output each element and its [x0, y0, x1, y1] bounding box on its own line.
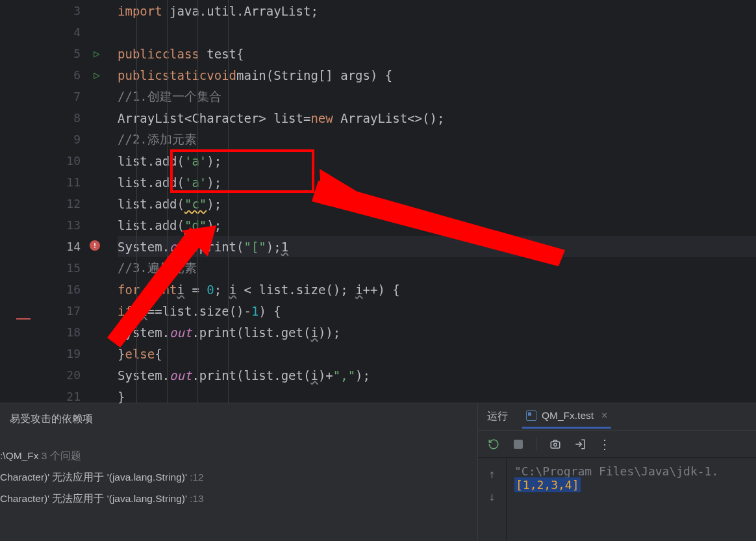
- line-number: 11: [1, 171, 108, 193]
- code-line[interactable]: ArrayList<Character> list=new ArrayList<…: [118, 107, 756, 129]
- problems-project-row[interactable]: :\QM_Fx 3 个问题: [0, 435, 477, 467]
- line-number: 8: [1, 107, 108, 129]
- run-config-tab[interactable]: QM_Fx.test ×: [522, 405, 611, 429]
- run-toolbar: ⋮: [478, 431, 756, 458]
- line-number: 20: [1, 364, 108, 386]
- run-gutter-icon[interactable]: ▷: [94, 69, 100, 81]
- line-number: 15: [1, 257, 108, 279]
- code-line[interactable]: public static void main(String[] args) {: [118, 64, 756, 86]
- vulnerabilities-title: 易受攻击的依赖项: [0, 410, 477, 435]
- error-bulb-icon[interactable]: [90, 240, 100, 251]
- svg-rect-0: [551, 442, 560, 448]
- run-label: 运行: [487, 410, 508, 423]
- problems-panel: 易受攻击的依赖项 :\QM_Fx 3 个问题 Character)' 无法应用于…: [0, 403, 477, 541]
- code-line[interactable]: public class test{: [118, 43, 756, 64]
- code-line-active[interactable]: System.out.print("[");1: [118, 236, 756, 257]
- rerun-icon[interactable]: [487, 438, 500, 451]
- code-line[interactable]: }else{: [118, 343, 756, 364]
- run-tab-name: QM_Fx.test: [542, 410, 594, 421]
- line-number: 3: [1, 0, 108, 21]
- line-number: 7: [1, 86, 108, 107]
- code-line[interactable]: System.out.print(list.get(i)+",");: [118, 364, 756, 386]
- code-line[interactable]: list.add('a');: [118, 150, 756, 171]
- run-gutter-icon[interactable]: ▷: [94, 47, 100, 60]
- arrow-up-icon[interactable]: ↑: [488, 467, 496, 481]
- close-icon[interactable]: ×: [601, 410, 607, 421]
- console-command: "C:\Program Files\Java\jdk-1.: [514, 464, 748, 478]
- code-line[interactable]: list.add("c");: [118, 193, 756, 214]
- class-file-icon: [526, 410, 536, 421]
- line-number: 19: [1, 343, 108, 364]
- line-number: 9: [1, 129, 108, 150]
- stop-icon[interactable]: [512, 438, 525, 451]
- code-line[interactable]: }: [118, 386, 756, 407]
- editor-gutter: 3 4 5▷ 6▷ 7 8 9 10 11 12 13 14 15 16 17 …: [1, 0, 108, 403]
- problem-item[interactable]: Character)' 无法应用于 '(java.lang.String)' :…: [0, 488, 477, 510]
- line-number: 21: [1, 386, 108, 407]
- code-line[interactable]: //1.创建一个集合: [118, 86, 756, 107]
- line-number: 5▷: [1, 43, 108, 64]
- console-output[interactable]: "C:\Program Files\Java\jdk-1. [1,2,3,4]: [507, 458, 756, 541]
- line-number: 16: [1, 279, 108, 300]
- code-line[interactable]: [118, 21, 756, 43]
- code-line[interactable]: list.add('a');: [118, 171, 756, 193]
- exit-icon[interactable]: [573, 438, 586, 451]
- more-icon[interactable]: ⋮: [598, 438, 611, 451]
- console-side: ↑ ↓: [478, 458, 507, 541]
- line-number: 12: [1, 193, 108, 214]
- arrow-down-icon[interactable]: ↓: [488, 490, 496, 503]
- problem-item[interactable]: Character)' 无法应用于 '(java.lang.String)' :…: [0, 467, 477, 488]
- line-number: 4: [1, 21, 108, 43]
- code-line[interactable]: import java.util.ArrayList;: [118, 0, 756, 21]
- line-number: 18: [1, 321, 108, 343]
- code-line[interactable]: if(i==list.size()-1) {: [118, 300, 756, 321]
- code-line[interactable]: //2.添加元素: [118, 129, 756, 150]
- code-editor[interactable]: import java.util.ArrayList; public class…: [108, 0, 756, 403]
- code-line[interactable]: list.add("d");: [118, 214, 756, 236]
- code-line[interactable]: for (int i = 0; i < list.size(); i++) {: [118, 279, 756, 300]
- code-line[interactable]: //3.遍历元素: [118, 257, 756, 279]
- line-number: 6▷: [1, 64, 108, 86]
- svg-point-1: [554, 443, 557, 446]
- run-panel: 运行 QM_Fx.test × ⋮ ↑ ↓ "C:\Program Files\…: [477, 403, 756, 541]
- console-result: [1,2,3,4]: [514, 477, 581, 492]
- change-marker: [16, 318, 31, 320]
- camera-icon[interactable]: [549, 438, 562, 451]
- line-number: 13: [1, 214, 108, 236]
- line-number: 10: [1, 150, 108, 171]
- code-line[interactable]: System.out.print(list.get(i));: [118, 321, 756, 343]
